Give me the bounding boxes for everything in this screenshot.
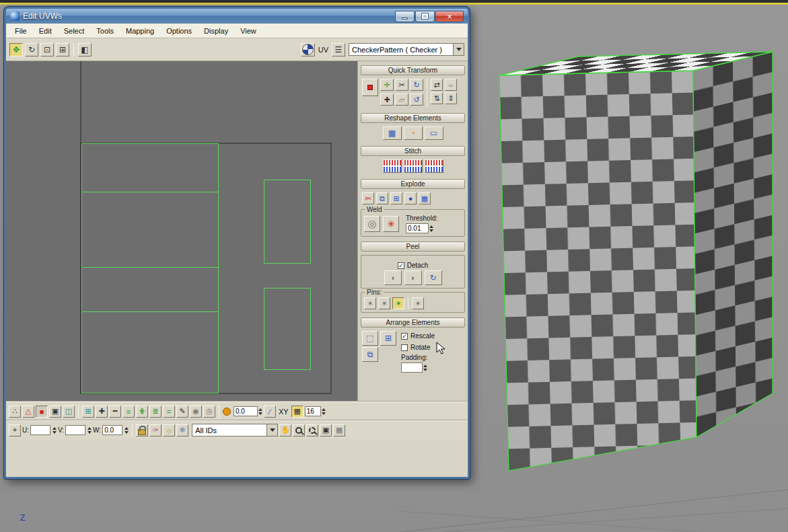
peel-mode-button[interactable]: ◗ [404, 270, 422, 285]
rearrange-button[interactable]: ⊞ [380, 331, 396, 346]
relax-tool-button[interactable]: ▦ [383, 126, 402, 140]
falloff-spinner[interactable] [258, 408, 262, 415]
close-button[interactable]: × [435, 11, 464, 22]
rotate-tool-button[interactable]: ↻ [25, 43, 38, 56]
flatten-by-material-button[interactable]: ▦ [419, 192, 431, 204]
select-by-element-button[interactable]: ◫ [63, 406, 75, 418]
relax-brush-button[interactable]: ◔ [404, 126, 423, 140]
grow-selection-button[interactable]: ✚ [96, 406, 108, 418]
pin-tool-button[interactable]: ✶ [392, 297, 404, 309]
detach-checkbox[interactable] [398, 262, 404, 269]
move-tool-button[interactable]: ✥ [9, 43, 23, 56]
stitch-header[interactable]: Stitch [361, 146, 465, 156]
menu-tools[interactable]: Tools [90, 26, 120, 36]
qt-move-button[interactable]: ✛ [380, 79, 394, 91]
pin-remove-button[interactable]: ✶ [364, 297, 376, 309]
menu-select[interactable]: Select [58, 26, 91, 36]
rotate-checkbox[interactable] [401, 344, 408, 351]
zoom-region-button[interactable] [306, 424, 318, 436]
u-spinner[interactable] [52, 427, 57, 434]
sync-selection-button[interactable]: ⊞ [82, 406, 94, 418]
qt-rotate-cw-button[interactable]: ↻ [410, 79, 423, 91]
straighten-button[interactable]: ▭ [425, 126, 443, 140]
select-ring-button[interactable]: ⋕ [136, 406, 148, 418]
checker-box-front-face[interactable] [499, 71, 696, 471]
explode-faces-button[interactable]: ⧉ [376, 192, 388, 204]
quick-peel-button[interactable]: ◖ [384, 270, 402, 285]
uv-shell-small-top[interactable] [264, 180, 311, 264]
peel-reset-button[interactable]: ↻ [425, 270, 442, 285]
menu-file[interactable]: File [9, 26, 33, 36]
soft-selection-falloff-icon[interactable] [223, 408, 231, 416]
qt-arrange-h-button[interactable]: ⇔ [445, 79, 457, 91]
minimize-button[interactable] [395, 11, 415, 22]
vertex-mode-button[interactable]: ∴ [9, 406, 21, 418]
edge-mode-button[interactable]: △ [22, 406, 34, 418]
snap-grid-button[interactable]: ▦ [291, 406, 303, 418]
filter-selected-faces-button[interactable]: ✑ [149, 424, 162, 436]
maximize-button[interactable] [415, 11, 435, 22]
pack-together-button[interactable]: ⧉ [362, 347, 378, 362]
stitch-custom-button[interactable] [383, 159, 402, 173]
weld-selected-button[interactable]: ✳ [383, 216, 399, 232]
face-mode-button[interactable]: ■ [36, 406, 48, 418]
lock-selection-button[interactable] [136, 424, 148, 436]
falloff-value-field[interactable]: 0.0 [234, 406, 258, 416]
material-id-dropdown[interactable]: All IDs [192, 424, 278, 436]
paint-select-button[interactable]: ✎ [176, 406, 188, 418]
u-field[interactable] [30, 425, 50, 435]
material-id-arrow[interactable] [266, 424, 277, 436]
quick-transform-header[interactable]: Quick Transform [361, 65, 465, 75]
falloff-space-label[interactable]: XY [279, 408, 289, 416]
qt-arrange-v-button[interactable]: ⇕ [445, 92, 457, 104]
stitch-target-button[interactable] [425, 159, 443, 173]
qt-align-v-button[interactable]: ⇅ [431, 92, 443, 104]
paint-grow-button[interactable]: ◉ [190, 406, 202, 418]
titlebar[interactable]: Edit UVWs × [6, 9, 468, 24]
arrange-elements-header[interactable]: Arrange Elements [361, 317, 465, 328]
uv-edit-canvas[interactable] [6, 61, 357, 439]
paint-shrink-button[interactable]: ◎ [203, 406, 215, 418]
grid-size-field[interactable]: 16 [305, 406, 321, 416]
menu-edit[interactable]: Edit [33, 26, 58, 36]
w-field[interactable]: 0.0 [102, 425, 122, 435]
explode-header[interactable]: Explode [361, 179, 465, 189]
break-button[interactable]: ✄ [362, 192, 374, 204]
threshold-field[interactable]: 0.01 [406, 223, 429, 233]
grid-size-spinner[interactable] [322, 408, 326, 415]
v-field[interactable] [65, 425, 85, 435]
qt-rotate-ccw-button[interactable]: ↺ [410, 93, 423, 106]
align-h-button[interactable]: ≣ [149, 406, 162, 418]
menu-options[interactable]: Options [160, 26, 198, 36]
align-v-button[interactable]: = [163, 406, 175, 418]
pack-normalize-button[interactable]: ⬚ [362, 331, 378, 346]
pin-select-button[interactable]: ✶ [412, 297, 424, 309]
rescale-checkbox[interactable] [401, 333, 408, 340]
element-mode-button[interactable]: ▣ [49, 406, 61, 418]
explode-elements-button[interactable]: ⊞ [390, 192, 402, 204]
freeform-tool-button[interactable]: ⊞ [56, 43, 69, 56]
mirror-tool-button[interactable]: ◧ [78, 43, 92, 56]
uv-canvas-svg[interactable] [6, 61, 357, 439]
v-spinner[interactable] [87, 427, 92, 434]
hide-button[interactable]: ☼ [163, 424, 175, 436]
threshold-spinner[interactable] [429, 225, 433, 232]
reshape-elements-header[interactable]: Reshape Elements [361, 113, 465, 123]
qt-align-h-button[interactable]: ⇄ [431, 79, 443, 91]
pan-button[interactable]: ✋ [279, 424, 291, 436]
texture-dropdown-arrow[interactable] [453, 44, 464, 55]
show-map-button[interactable] [301, 43, 315, 56]
menu-view[interactable]: View [234, 26, 262, 36]
w-spinner[interactable] [124, 427, 129, 434]
stitch-source-button[interactable] [404, 159, 423, 173]
falloff-curve-button[interactable]: ∕ [264, 406, 276, 418]
zoom-button[interactable] [293, 424, 305, 436]
select-loop-button[interactable]: ≡ [122, 406, 135, 418]
zoom-to-gizmo-button[interactable]: ▦ [333, 424, 345, 436]
shrink-selection-button[interactable]: ━ [109, 406, 121, 418]
uv-shell-small-bottom[interactable] [264, 289, 311, 370]
menu-mapping[interactable]: Mapping [120, 26, 160, 36]
qt-move-alt-button[interactable]: ✚ [380, 93, 394, 106]
peel-header[interactable]: Peel [361, 241, 465, 252]
qt-pivot-button[interactable] [362, 79, 378, 96]
